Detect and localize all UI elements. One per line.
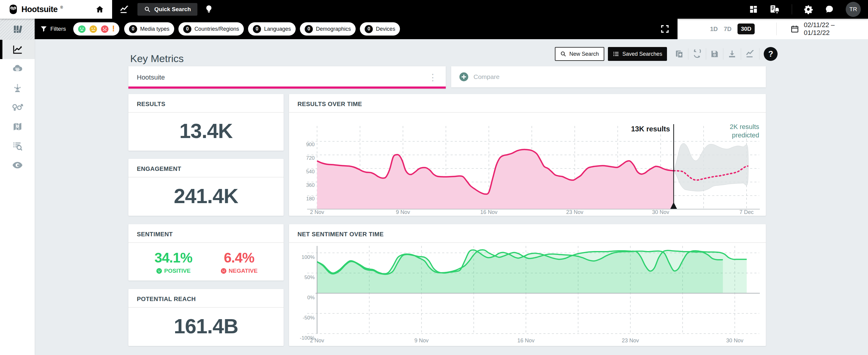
help-button[interactable]: ? — [764, 47, 778, 61]
engagement-value: 241.4K — [174, 184, 238, 207]
duplicate-report-button[interactable] — [675, 50, 684, 59]
filter-count-badge: 0 — [253, 25, 261, 33]
floppy-save-icon — [710, 50, 719, 58]
owl-icon — [8, 4, 19, 15]
eye-icon — [12, 161, 23, 170]
sidebar-item-influencers[interactable] — [0, 78, 35, 98]
svg-text:30 Nov: 30 Nov — [652, 209, 669, 215]
svg-text:900: 900 — [306, 142, 315, 148]
sidebar-item-word-cloud[interactable] — [0, 59, 35, 78]
card-body: 161.4B — [128, 308, 284, 344]
new-search-button[interactable]: New Search — [555, 47, 604, 61]
exclamation-icon[interactable]: ! — [112, 24, 115, 33]
filter-pill-demographics[interactable]: 0 Demographics — [300, 22, 355, 36]
filter-pill-devices[interactable]: 0 Devices — [360, 22, 400, 36]
card-header: POTENTIAL REACH — [128, 289, 284, 308]
range-30d-button[interactable]: 30D — [738, 24, 755, 34]
filter-bar: Filters ! 0 Media types 0 Countries/Regi… — [35, 19, 868, 39]
sidebar-item-library[interactable] — [0, 19, 35, 40]
binders-icon — [12, 24, 23, 35]
svg-text:30 Nov: 30 Nov — [726, 337, 743, 344]
sidebar-item-insights[interactable] — [0, 40, 35, 59]
gender-icon — [11, 102, 24, 113]
download-button[interactable] — [727, 50, 737, 59]
header-actions: New Search Saved Searches — [555, 46, 778, 62]
kebab-menu-icon[interactable]: ⋮ — [428, 73, 437, 82]
search-query-card[interactable]: Hootsuite ⋮ — [128, 66, 446, 89]
brand-name: Hootsuite — [22, 5, 58, 14]
range-7d-button[interactable]: 7D — [724, 26, 732, 33]
svg-text:360: 360 — [306, 182, 315, 188]
sidebar-item-demographics[interactable] — [0, 98, 35, 117]
sidebar — [0, 19, 35, 355]
date-range-picker[interactable]: 02/11/22 – 01/12/22 — [790, 21, 860, 37]
time-range-group: 1D 7D 30D — [710, 24, 755, 34]
svg-text:23 Nov: 23 Nov — [566, 209, 583, 215]
search-icon — [144, 6, 151, 13]
negative-value: 6.4% — [221, 250, 258, 266]
map-icon — [12, 121, 23, 132]
svg-text:180: 180 — [306, 196, 315, 202]
compare-card[interactable]: Compare — [451, 66, 766, 87]
svg-text:50%: 50% — [304, 275, 315, 280]
card-body: 13.4K — [128, 113, 284, 149]
sentiment-filter-pill[interactable]: ! — [73, 22, 119, 36]
saved-searches-button[interactable]: Saved Searches — [608, 47, 667, 61]
time-range-panel: 1D 7D 30D 02/11/22 – 01/12/22 — [678, 19, 868, 39]
search-icon — [560, 51, 566, 57]
panel-divider — [776, 23, 777, 35]
net-sentiment-card: NET SENTIMENT OVER TIME 100%50%0%-50%-10… — [289, 224, 766, 346]
sidebar-item-saved-queries[interactable] — [0, 136, 35, 156]
refresh-icon — [692, 50, 702, 59]
fullscreen-button[interactable] — [660, 24, 670, 34]
range-1d-button[interactable]: 1D — [710, 26, 718, 33]
brand-area: Hootsuite ® — [0, 0, 112, 19]
sentiment-card: SENTIMENT 34.1% POSITIVE 6.4% — [128, 224, 284, 281]
lightbulb-icon[interactable] — [205, 5, 213, 14]
filter-pill-countries[interactable]: 0 Countries/Regions — [179, 22, 244, 36]
svg-text:16 Nov: 16 Nov — [517, 337, 534, 344]
neutral-face-icon[interactable] — [89, 25, 97, 33]
notifications-icon[interactable] — [770, 4, 780, 14]
filter-pill-languages[interactable]: 0 Languages — [248, 22, 296, 36]
svg-text:2 Nov: 2 Nov — [310, 337, 324, 344]
compare-label: Compare — [473, 73, 499, 80]
positive-value: 34.1% — [154, 250, 192, 266]
top-bar-dark: Quick Search TR — [112, 0, 868, 19]
svg-text:720: 720 — [306, 155, 315, 161]
card-body: 241.4K — [128, 178, 284, 214]
filters-button[interactable]: Filters — [40, 25, 66, 33]
main-content: Key Metrics New Search Saved Searches — [35, 39, 868, 355]
sidebar-item-map[interactable] — [0, 117, 35, 136]
results-over-time-chart[interactable]: 1803605407209002 Nov9 Nov16 Nov23 Nov30 … — [289, 113, 766, 215]
filter-count-badge: 0 — [305, 25, 313, 33]
apps-grid-icon[interactable] — [749, 5, 758, 14]
copy-plus-icon — [675, 50, 684, 59]
sidebar-item-monitor[interactable] — [0, 156, 35, 175]
analytics-trend-icon[interactable] — [119, 4, 130, 14]
save-button[interactable] — [710, 50, 719, 58]
quick-search-button[interactable]: Quick Search — [137, 3, 197, 16]
top-bar-divider — [792, 4, 792, 14]
sad-face-icon[interactable] — [101, 25, 109, 33]
net-sentiment-over-time-chart[interactable]: 100%50%0%-50%-100%2 Nov9 Nov16 Nov23 Nov… — [289, 243, 766, 345]
refresh-button[interactable] — [692, 50, 702, 59]
svg-text:7 Dec: 7 Dec — [739, 209, 753, 215]
chart-view-button[interactable] — [745, 49, 755, 59]
home-button[interactable] — [95, 5, 104, 14]
chat-bubble-icon[interactable] — [825, 4, 834, 14]
avatar[interactable]: TR — [846, 2, 861, 17]
toolbar-divider — [723, 48, 723, 60]
toolbar-divider — [688, 48, 688, 60]
svg-text:9 Nov: 9 Nov — [414, 337, 429, 344]
svg-text:13K results: 13K results — [631, 125, 670, 133]
positive-label: POSITIVE — [164, 268, 191, 274]
hootsuite-logo[interactable]: Hootsuite ® — [8, 4, 63, 15]
card-title: RESULTS — [137, 101, 165, 107]
date-range-text: 02/11/22 – 01/12/22 — [804, 21, 860, 37]
filter-count-badge: 0 — [183, 25, 191, 33]
filter-pill-media-types[interactable]: 0 Media types — [124, 22, 174, 36]
settings-gear-icon[interactable] — [804, 4, 813, 14]
word-cloud-icon — [12, 63, 23, 74]
happy-face-icon[interactable] — [78, 25, 86, 33]
